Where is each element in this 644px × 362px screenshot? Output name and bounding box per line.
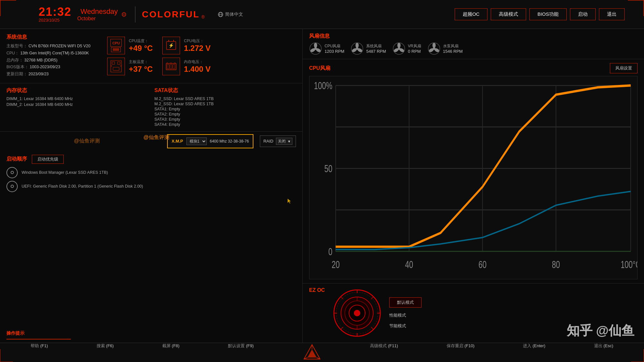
ez-oc-default-button[interactable]: 默认模式	[389, 297, 421, 308]
footer-screenshot: 截屏 (F8)	[162, 343, 179, 362]
footer-enter-text: 进入 (Enter)	[523, 343, 545, 349]
boot-item-text-2: UEFI: Generic Flash Disk 2.00, Partition…	[22, 184, 143, 189]
fan-name-system: 系统风扇	[366, 43, 386, 49]
system-info-title: 系统信息	[6, 34, 101, 41]
header: 21:32 2023/10/25 Wednesday October ⚙ COL…	[0, 0, 644, 29]
corner-tl-decoration	[0, 0, 16, 16]
footer-esc-text: 退出 (Esc)	[594, 343, 613, 349]
left-panel: 系统信息 主板型号： CVN B760I FROZEN WIFI D5 V20 …	[0, 29, 303, 343]
fan-item-vr: VR风扇 0 RPM	[393, 42, 421, 55]
sata-item-5: SATA4: Empty	[155, 122, 296, 127]
cpu-temp-label: CPU温度：	[129, 38, 153, 44]
info-bios: BIOS版本： 1003-2023/09/23	[6, 64, 101, 70]
sata-item-3: SATA2: Empty	[155, 112, 296, 116]
cpu-fan-header: CPU风扇 风扇设置	[309, 63, 638, 73]
nav-overclocking[interactable]: 超频OC	[455, 8, 488, 20]
corner-tr-decoration	[628, 0, 644, 16]
bios-label: BIOS版本：	[6, 65, 29, 69]
boot-disk-inner-1	[11, 171, 14, 174]
svg-text:80: 80	[552, 259, 560, 270]
boot-section: 启动顺序 启动优先级 Windows Boot Manager (Lexar S…	[0, 152, 302, 329]
svg-rect-15	[170, 64, 172, 69]
ez-oc-title-col: EZ OC	[309, 287, 325, 339]
xmp-value: 6400 Mhz 32-38-38-76	[210, 139, 249, 144]
svg-rect-8	[112, 62, 115, 64]
update-label: 更新日期：	[6, 72, 27, 76]
footer-advanced: 高级模式 (F11)	[370, 343, 398, 362]
svg-text:60: 60	[478, 259, 487, 270]
svg-text:⚡: ⚡	[168, 43, 174, 48]
cpu-voltage-value: 1.272 V	[184, 44, 211, 53]
mem-voltage-icon	[162, 58, 180, 75]
header-nav: 超频OC 高级模式 BIOS功能 启动 退出	[455, 8, 625, 20]
footer-advanced-text: 高级模式 (F11)	[370, 343, 398, 349]
svg-text:20: 20	[332, 259, 340, 270]
cpu-voltage-info: CPU电压： 1.272 V	[184, 38, 211, 53]
mem-voltage-label: 内存电压：	[184, 59, 211, 65]
xmp-area: @仙鱼评测 @仙鱼评测 X.M.P 模块1 6400 Mhz 32-38-38-…	[0, 132, 302, 152]
sensor-row-1: CPU CPU温度： +49 °C	[107, 37, 296, 54]
svg-rect-16	[173, 64, 175, 69]
watermark-absolute: @仙鱼评测	[143, 134, 169, 141]
clock-display: 21:32 2023/10/25	[39, 6, 71, 23]
fan-chart-svg: 100% 50 0 20 40 60 80 100°C	[309, 76, 637, 279]
fan-settings-button[interactable]: 风扇设置	[610, 63, 638, 73]
svg-point-22	[314, 43, 317, 48]
fan-icon-pump	[428, 42, 440, 55]
nav-boot[interactable]: 启动	[570, 8, 596, 20]
nav-exit[interactable]: 退出	[599, 8, 625, 20]
cpu-temp-icon: CPU	[107, 37, 125, 54]
boot-priority-button[interactable]: 启动优先级	[32, 155, 64, 164]
cpu-value: 13th Gen Intel(R) Core(TM) i5-13600K	[20, 51, 89, 55]
svg-rect-12	[113, 67, 119, 70]
svg-point-63	[354, 310, 360, 316]
corner-br-decoration	[631, 349, 644, 362]
clock-time: 21:32	[39, 6, 71, 18]
mb-temp-info: 主板温度： +37 °C	[129, 59, 153, 74]
svg-point-37	[432, 43, 436, 48]
ez-oc-options: 默认模式 性能模式 节能模式	[389, 287, 421, 339]
brand-logo: COLORFUL ®	[142, 9, 205, 20]
footer-save: 保存重启 (F10)	[447, 343, 475, 362]
footer-esc: 退出 (Esc)	[594, 343, 613, 362]
clock-day-month: Wednesday October	[77, 7, 119, 22]
svg-line-71	[341, 327, 343, 329]
cpu-fan-title: CPU风扇	[309, 65, 330, 72]
cpu-voltage-sensor: ⚡ CPU电压： 1.272 V	[162, 37, 211, 54]
mem-value: 32768 MB (DDR5)	[24, 58, 57, 62]
fan-name-cpu: CPU风扇	[325, 43, 344, 49]
sensor-row-2: 主板温度： +37 °C	[107, 58, 296, 75]
fan-rpm-system: 5487 RPM	[366, 49, 386, 54]
fan-item-system: 系统风扇 5487 RPM	[351, 42, 386, 55]
svg-rect-9	[118, 62, 120, 64]
fan-item-cpu: CPU风扇 1203 RPM	[309, 42, 344, 55]
mem-voltage-value: 1.400 V	[184, 65, 211, 74]
fan-icon-cpu	[309, 42, 322, 55]
footer: 帮助 (F1) 搜索 (F6) 截屏 (F8) 默认设置 (F9) 高级模式 (…	[0, 343, 644, 362]
mb-value: CVN B760I FROZEN WIFI D5 V20	[28, 44, 90, 48]
system-info-section: 系统信息 主板型号： CVN B760I FROZEN WIFI D5 V20 …	[0, 29, 302, 83]
ez-oc-performance-text: 性能模式	[389, 312, 421, 318]
fan-item-pump: 水泵风扇 1546 RPM	[428, 42, 463, 55]
brand-reg: ®	[201, 14, 204, 20]
mb-temp-sensor: 主板温度： +37 °C	[107, 58, 153, 75]
footer-enter: 进入 (Enter)	[523, 343, 545, 362]
system-info-text: 系统信息 主板型号： CVN B760I FROZEN WIFI D5 V20 …	[6, 34, 107, 78]
xmp-dropdown[interactable]: 模块1	[186, 137, 207, 145]
sata-item-1: M.2_SSD: Lexar SSD ARES 1TB	[155, 102, 296, 106]
cpu-label: CPU：	[6, 51, 19, 55]
nav-bios[interactable]: BIOS功能	[529, 8, 567, 20]
cpu-voltage-label: CPU电压：	[184, 38, 211, 44]
fan-name-vr: VR风扇	[408, 43, 421, 49]
raid-dropdown[interactable]: 关闭	[276, 138, 292, 145]
ez-oc-energy-text: 节能模式	[389, 323, 421, 329]
language-selector[interactable]: 简体中文	[218, 12, 243, 17]
cpu-voltage-icon: ⚡	[162, 37, 180, 54]
mb-label: 主板型号：	[6, 44, 27, 48]
ops-title: 操作提示	[6, 330, 71, 336]
cpu-temp-info: CPU温度： +49 °C	[129, 38, 153, 53]
nav-advanced[interactable]: 高级模式	[491, 8, 526, 20]
header-divider	[135, 6, 136, 23]
bios-value: 1003-2023/09/23	[30, 65, 60, 69]
sata-item-4: SATA3: Empty	[155, 117, 296, 122]
